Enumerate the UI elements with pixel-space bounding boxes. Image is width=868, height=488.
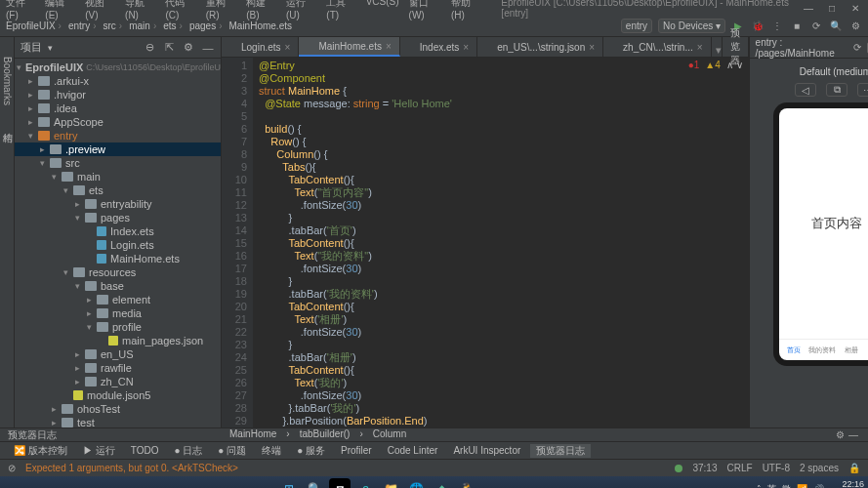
- app2-icon[interactable]: ◆: [431, 478, 452, 488]
- cursor-pos[interactable]: 37:13: [692, 463, 717, 473]
- search-icon[interactable]: 🔍: [829, 20, 843, 33]
- hide-icon[interactable]: —: [201, 41, 215, 55]
- phone-back-icon[interactable]: ◁: [795, 83, 816, 97]
- crumb[interactable]: EprofileUIX: [6, 20, 64, 31]
- crumb[interactable]: ets: [163, 20, 186, 31]
- crumb[interactable]: entry: [68, 20, 100, 31]
- wifi-icon[interactable]: 📶: [797, 484, 807, 488]
- codelinter-tool[interactable]: Code Linter: [382, 445, 444, 456]
- phone-frame: 首页内容 首页 我的资料 相册 我的: [773, 102, 868, 366]
- line-ending[interactable]: CRLF: [727, 463, 753, 473]
- todo-tool[interactable]: TODO: [125, 445, 165, 456]
- clock-time[interactable]: 22:16: [830, 479, 864, 488]
- hide-icon[interactable]: —: [847, 428, 860, 442]
- search-icon[interactable]: 🔍: [304, 478, 325, 488]
- preview-entry-path: entry : /pages/MainHome: [756, 37, 845, 59]
- tray-chevron-icon[interactable]: ˄: [757, 484, 762, 488]
- status-bar: ⊘ Expected 1 arguments, but got 0. <ArkT…: [0, 459, 868, 476]
- volume-icon[interactable]: 🔊: [813, 484, 824, 488]
- debug-icon[interactable]: 🐞: [751, 20, 765, 33]
- code-editor[interactable]: ●1 ▲4 ∧ ∨ 123456789101112131415161718192…: [222, 58, 749, 427]
- main-menu[interactable]: 文件(F)编辑(E)视图(V) 导航(N)代码(C)重构(R) 构建(B)运行(…: [6, 0, 481, 20]
- profiler-tool[interactable]: Profiler: [335, 445, 378, 456]
- maximize-icon[interactable]: □: [825, 1, 839, 15]
- indent[interactable]: 2 spaces: [800, 463, 839, 473]
- arkui-tool[interactable]: ArkUI Inspector: [447, 445, 526, 456]
- lock-icon[interactable]: 🔒: [848, 463, 860, 473]
- editor-tab[interactable]: MainHome.ets×: [299, 37, 399, 57]
- settings-icon[interactable]: ⚙: [182, 41, 195, 55]
- crumb[interactable]: src: [103, 20, 126, 31]
- status-dot-icon: [675, 465, 682, 472]
- error-icon[interactable]: ⊘: [8, 463, 16, 473]
- windows-taskbar[interactable]: ⊞ 🔍 ◙ e 📁 🌐 ◆ 🐧 ˄ 英 微 📶 🔊 22:16 2024/7/9: [0, 476, 868, 488]
- title-bar: 文件(F)编辑(E)视图(V) 导航(N)代码(C)重构(R) 构建(B)运行(…: [0, 0, 868, 16]
- crumb[interactable]: MainHome.ets: [229, 20, 292, 31]
- device-select[interactable]: No Devices ▾: [658, 19, 725, 33]
- problems-tool[interactable]: ● 问题: [212, 444, 252, 458]
- editor-tabs: Login.ets× MainHome.ets× Index.ets× en_U…: [222, 37, 749, 58]
- previewlog-tool[interactable]: 预览器日志: [530, 444, 591, 458]
- services-tool[interactable]: ● 服务: [291, 444, 331, 458]
- phone-content: 首页内容: [779, 108, 868, 339]
- ime-indicator[interactable]: 英: [767, 483, 776, 489]
- bottom-toolbar: 🔀版本控制 ▶ 运行 TODO ● 日志 ● 问题 终端 ● 服务 Profil…: [0, 441, 868, 459]
- tree-preview: ▸.preview: [15, 142, 221, 156]
- minimize-icon[interactable]: —: [802, 1, 815, 15]
- module-select[interactable]: entry: [621, 19, 652, 33]
- expand-icon[interactable]: ⇱: [162, 41, 176, 55]
- more-run-icon[interactable]: ⋮: [770, 20, 784, 33]
- crumb[interactable]: pages: [189, 20, 226, 31]
- project-header-label: 项目: [21, 40, 42, 55]
- log-tool[interactable]: ● 日志: [169, 444, 209, 458]
- close-icon[interactable]: ✕: [848, 1, 862, 15]
- editor-tab[interactable]: en_US\...\string.json×: [477, 37, 603, 57]
- previewer-tab[interactable]: 预览器: [722, 37, 749, 57]
- start-icon[interactable]: ⊞: [278, 478, 300, 488]
- status-message: Expected 1 arguments, but got 0. <ArkTSC…: [25, 463, 238, 473]
- encoding[interactable]: UTF-8: [763, 463, 790, 473]
- terminal-tool[interactable]: 终端: [256, 444, 287, 458]
- editor-tab[interactable]: Index.ets×: [400, 37, 477, 57]
- editor-area: Login.ets× MainHome.ets× Index.ets× en_U…: [222, 37, 749, 427]
- preview-device-label: Default (medium): [800, 66, 868, 77]
- left-tool-strip: Bookmarks 结构: [0, 37, 15, 427]
- explorer-icon[interactable]: 📁: [380, 478, 401, 488]
- phone-tabbar[interactable]: 首页 我的资料 相册 我的: [779, 339, 868, 360]
- crumb[interactable]: main: [129, 20, 159, 31]
- editor-tab[interactable]: zh_CN\...\strin...×: [603, 37, 712, 57]
- settings-icon[interactable]: ⚙: [848, 20, 862, 33]
- stop-icon[interactable]: ■: [790, 20, 804, 33]
- phone-copy-icon[interactable]: ⧉: [826, 83, 847, 97]
- app3-icon[interactable]: 🐧: [456, 478, 477, 488]
- ime-indicator2[interactable]: 微: [782, 483, 791, 489]
- chrome-icon[interactable]: 🌐: [405, 478, 427, 488]
- vcs-tool[interactable]: 🔀版本控制: [8, 444, 73, 458]
- preview-pane: entry : /pages/MainHome ⟳ Default (mediu…: [749, 37, 868, 427]
- project-tree[interactable]: ▾EprofileUIX C:\Users\11056\Desktop\Epro…: [15, 59, 221, 427]
- editor-tab[interactable]: Login.ets×: [222, 37, 299, 57]
- run-tool[interactable]: ▶ 运行: [77, 444, 121, 458]
- collapse-icon[interactable]: ⊖: [143, 41, 156, 55]
- window-title: EprofileUIX [C:\Users\11056\Desktop\Epro…: [501, 0, 802, 19]
- app-icon[interactable]: ◙: [329, 478, 351, 488]
- project-pane: 项目 ▾ ⊖ ⇱ ⚙ — ▾EprofileUIX C:\Users\11056…: [15, 37, 222, 427]
- gear-icon[interactable]: ⚙: [833, 428, 847, 442]
- phone-more-icon[interactable]: ⋯: [857, 83, 868, 97]
- sync-icon[interactable]: ⟳: [809, 20, 823, 33]
- refresh-icon[interactable]: ⟳: [852, 41, 863, 55]
- editor-breadcrumb[interactable]: MainHome› tabBuilder()› Column: [222, 427, 749, 439]
- edge-icon[interactable]: e: [354, 478, 376, 488]
- bookmarks-tab[interactable]: Bookmarks: [2, 57, 13, 105]
